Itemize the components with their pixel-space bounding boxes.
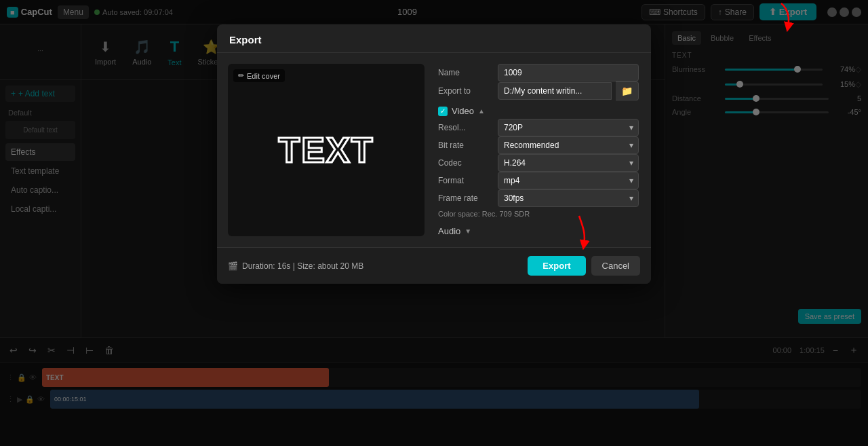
duration-info: 🎬 Duration: 16s | Size: about 20 MB bbox=[228, 261, 363, 271]
resolution-row: Resol... 720P 1080P 4K bbox=[438, 119, 639, 136]
preview-text: TEXT bbox=[279, 130, 374, 170]
audio-section: Audio ▼ bbox=[438, 226, 639, 236]
dialog-cancel-button[interactable]: Cancel bbox=[591, 256, 640, 276]
export-to-field: 📁 bbox=[498, 81, 639, 100]
resolution-label: Resol... bbox=[438, 123, 492, 132]
video-arrow-icon: ▲ bbox=[478, 107, 485, 115]
footer-buttons: Export Cancel bbox=[528, 256, 640, 276]
name-label: Name bbox=[438, 68, 492, 77]
bitrate-select[interactable]: Recommended Low High bbox=[498, 136, 639, 154]
framerate-select[interactable]: 24fps 25fps 30fps 60fps bbox=[498, 189, 639, 207]
folder-button[interactable]: 📁 bbox=[616, 81, 639, 100]
dialog-overlay: Export ✏ Edit cover TEXT Name bbox=[0, 0, 868, 446]
export-dialog: Export ✏ Edit cover TEXT Name bbox=[217, 24, 651, 284]
bitrate-select-wrapper: Recommended Low High bbox=[498, 136, 639, 154]
format-label: Format bbox=[438, 176, 492, 185]
format-select-wrapper: mp4 mov bbox=[498, 172, 639, 189]
codec-label: Codec bbox=[438, 158, 492, 168]
dialog-header: Export bbox=[217, 24, 651, 53]
export-to-input[interactable] bbox=[498, 82, 612, 100]
resolution-select-wrapper: 720P 1080P 4K bbox=[498, 119, 639, 136]
bitrate-row: Bit rate Recommended Low High bbox=[438, 136, 639, 154]
export-to-row: Export to 📁 bbox=[438, 81, 639, 100]
export-to-label: Export to bbox=[438, 86, 492, 96]
format-row: Format mp4 mov bbox=[438, 172, 639, 189]
codec-row: Codec H.264 H.265 bbox=[438, 154, 639, 172]
dialog-fields: Name Export to 📁 ✓ bbox=[438, 64, 640, 236]
framerate-select-wrapper: 24fps 25fps 30fps 60fps bbox=[498, 189, 639, 207]
codec-select[interactable]: H.264 H.265 bbox=[498, 154, 639, 172]
dialog-export-button[interactable]: Export bbox=[528, 256, 585, 276]
edit-icon: ✏ bbox=[238, 71, 244, 80]
video-section-header: ✓ Video ▲ bbox=[438, 106, 639, 116]
resolution-select[interactable]: 720P 1080P 4K bbox=[498, 119, 639, 136]
dialog-scroll: Name Export to 📁 ✓ bbox=[438, 64, 640, 236]
color-space: Color space: Rec. 709 SDR bbox=[438, 207, 639, 221]
video-checkbox[interactable]: ✓ bbox=[438, 107, 448, 116]
format-select[interactable]: mp4 mov bbox=[498, 172, 639, 189]
audio-arrow-icon: ▼ bbox=[465, 227, 471, 235]
edit-cover-button[interactable]: ✏ Edit cover bbox=[233, 69, 285, 82]
film-icon: 🎬 bbox=[228, 261, 238, 271]
codec-select-wrapper: H.264 H.265 bbox=[498, 154, 639, 172]
video-toggle[interactable]: ✓ Video ▲ bbox=[438, 106, 485, 116]
name-row: Name bbox=[438, 64, 639, 81]
dialog-body: ✏ Edit cover TEXT Name Export to bbox=[217, 53, 651, 247]
bitrate-label: Bit rate bbox=[438, 141, 492, 150]
name-input[interactable] bbox=[498, 64, 639, 81]
audio-toggle[interactable]: Audio ▼ bbox=[438, 226, 471, 236]
dialog-preview: ✏ Edit cover TEXT bbox=[228, 64, 425, 236]
framerate-row: Frame rate 24fps 25fps 30fps 60fps bbox=[438, 189, 639, 207]
framerate-label: Frame rate bbox=[438, 193, 492, 203]
dialog-footer: 🎬 Duration: 16s | Size: about 20 MB Expo… bbox=[217, 247, 651, 284]
